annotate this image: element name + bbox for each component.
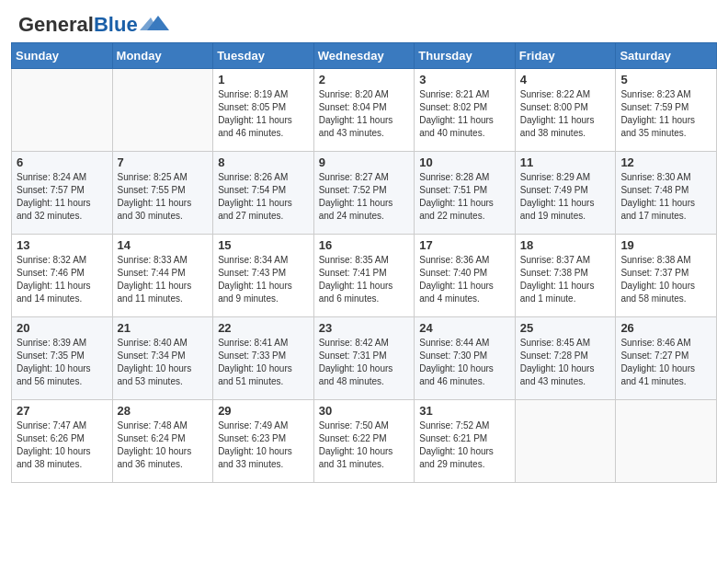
calendar-cell: 4Sunrise: 8:22 AM Sunset: 8:00 PM Daylig… xyxy=(515,69,616,152)
day-number: 22 xyxy=(218,321,309,335)
day-header-wednesday: Wednesday xyxy=(313,43,415,69)
cell-info: Sunrise: 8:19 AM Sunset: 8:05 PM Dayligh… xyxy=(218,88,309,140)
cell-info: Sunrise: 8:38 AM Sunset: 7:37 PM Dayligh… xyxy=(620,254,711,305)
calendar-week-2: 6Sunrise: 8:24 AM Sunset: 7:57 PM Daylig… xyxy=(12,152,717,235)
day-number: 23 xyxy=(319,321,410,335)
cell-info: Sunrise: 7:52 AM Sunset: 6:21 PM Dayligh… xyxy=(419,419,510,471)
day-number: 4 xyxy=(520,73,611,86)
calendar-cell: 30Sunrise: 7:50 AM Sunset: 6:22 PM Dayli… xyxy=(313,400,415,483)
day-number: 15 xyxy=(218,238,309,252)
calendar-cell: 22Sunrise: 8:41 AM Sunset: 7:33 PM Dayli… xyxy=(213,317,314,400)
calendar-cell: 25Sunrise: 8:45 AM Sunset: 7:28 PM Dayli… xyxy=(515,317,616,400)
day-number: 13 xyxy=(17,238,108,252)
cell-info: Sunrise: 8:21 AM Sunset: 8:02 PM Dayligh… xyxy=(419,88,510,140)
day-number: 1 xyxy=(218,73,309,86)
cell-info: Sunrise: 8:22 AM Sunset: 8:00 PM Dayligh… xyxy=(520,88,611,140)
calendar-cell: 23Sunrise: 8:42 AM Sunset: 7:31 PM Dayli… xyxy=(313,317,415,400)
day-number: 27 xyxy=(17,404,108,418)
calendar-cell: 10Sunrise: 8:28 AM Sunset: 7:51 PM Dayli… xyxy=(415,152,516,235)
cell-info: Sunrise: 8:33 AM Sunset: 7:44 PM Dayligh… xyxy=(118,254,209,305)
cell-info: Sunrise: 8:42 AM Sunset: 7:31 PM Dayligh… xyxy=(319,337,410,388)
day-header-thursday: Thursday xyxy=(415,43,516,69)
day-number: 12 xyxy=(620,155,711,169)
calendar-cell: 12Sunrise: 8:30 AM Sunset: 7:48 PM Dayli… xyxy=(616,152,717,235)
calendar-cell: 9Sunrise: 8:27 AM Sunset: 7:52 PM Daylig… xyxy=(313,152,415,235)
day-number: 9 xyxy=(319,155,410,169)
cell-info: Sunrise: 8:24 AM Sunset: 7:57 PM Dayligh… xyxy=(17,171,108,223)
calendar-header: SundayMondayTuesdayWednesdayThursdayFrid… xyxy=(12,43,717,69)
cell-info: Sunrise: 8:45 AM Sunset: 7:28 PM Dayligh… xyxy=(520,337,611,388)
calendar-cell: 1Sunrise: 8:19 AM Sunset: 8:05 PM Daylig… xyxy=(213,69,314,152)
calendar-cell: 19Sunrise: 8:38 AM Sunset: 7:37 PM Dayli… xyxy=(616,235,717,317)
calendar-cell xyxy=(515,400,616,483)
day-number: 10 xyxy=(419,155,510,169)
cell-info: Sunrise: 8:32 AM Sunset: 7:46 PM Dayligh… xyxy=(17,254,108,305)
cell-info: Sunrise: 8:41 AM Sunset: 7:33 PM Dayligh… xyxy=(218,337,309,388)
logo-blue: Blue xyxy=(94,13,138,36)
day-number: 14 xyxy=(118,238,209,252)
cell-info: Sunrise: 8:37 AM Sunset: 7:38 PM Dayligh… xyxy=(520,254,611,305)
calendar-cell: 31Sunrise: 7:52 AM Sunset: 6:21 PM Dayli… xyxy=(415,400,516,483)
cell-info: Sunrise: 8:35 AM Sunset: 7:41 PM Dayligh… xyxy=(319,254,410,305)
cell-info: Sunrise: 7:49 AM Sunset: 6:23 PM Dayligh… xyxy=(218,419,309,471)
calendar-cell: 7Sunrise: 8:25 AM Sunset: 7:55 PM Daylig… xyxy=(112,152,213,235)
day-number: 17 xyxy=(419,238,510,252)
day-number: 26 xyxy=(620,321,711,335)
day-number: 21 xyxy=(118,321,209,335)
calendar-cell: 5Sunrise: 8:23 AM Sunset: 7:59 PM Daylig… xyxy=(616,69,717,152)
calendar-cell: 20Sunrise: 8:39 AM Sunset: 7:35 PM Dayli… xyxy=(12,317,113,400)
logo-icon xyxy=(140,14,169,34)
day-number: 7 xyxy=(118,155,209,169)
cell-info: Sunrise: 8:29 AM Sunset: 7:49 PM Dayligh… xyxy=(520,171,611,223)
cell-info: Sunrise: 7:47 AM Sunset: 6:26 PM Dayligh… xyxy=(17,419,108,471)
cell-info: Sunrise: 8:40 AM Sunset: 7:34 PM Dayligh… xyxy=(118,337,209,388)
header-row: SundayMondayTuesdayWednesdayThursdayFrid… xyxy=(12,43,717,69)
day-number: 16 xyxy=(319,238,410,252)
calendar-week-1: 1Sunrise: 8:19 AM Sunset: 8:05 PM Daylig… xyxy=(12,69,717,152)
calendar-cell: 24Sunrise: 8:44 AM Sunset: 7:30 PM Dayli… xyxy=(415,317,516,400)
logo-general: General xyxy=(18,13,94,36)
cell-info: Sunrise: 7:48 AM Sunset: 6:24 PM Dayligh… xyxy=(118,419,209,471)
logo: GeneralBlue xyxy=(18,15,169,35)
calendar-cell xyxy=(616,400,717,483)
cell-info: Sunrise: 8:36 AM Sunset: 7:40 PM Dayligh… xyxy=(419,254,510,305)
calendar-cell: 15Sunrise: 8:34 AM Sunset: 7:43 PM Dayli… xyxy=(213,235,314,317)
day-header-sunday: Sunday xyxy=(12,43,113,69)
day-number: 18 xyxy=(520,238,611,252)
day-number: 8 xyxy=(218,155,309,169)
cell-info: Sunrise: 8:25 AM Sunset: 7:55 PM Dayligh… xyxy=(118,171,209,223)
calendar-cell: 16Sunrise: 8:35 AM Sunset: 7:41 PM Dayli… xyxy=(313,235,415,317)
cell-info: Sunrise: 8:30 AM Sunset: 7:48 PM Dayligh… xyxy=(620,171,711,223)
calendar-cell: 8Sunrise: 8:26 AM Sunset: 7:54 PM Daylig… xyxy=(213,152,314,235)
day-header-saturday: Saturday xyxy=(616,43,717,69)
calendar-body: 1Sunrise: 8:19 AM Sunset: 8:05 PM Daylig… xyxy=(12,69,717,483)
cell-info: Sunrise: 8:26 AM Sunset: 7:54 PM Dayligh… xyxy=(218,171,309,223)
calendar-cell: 29Sunrise: 7:49 AM Sunset: 6:23 PM Dayli… xyxy=(213,400,314,483)
calendar-cell: 28Sunrise: 7:48 AM Sunset: 6:24 PM Dayli… xyxy=(112,400,213,483)
day-number: 3 xyxy=(419,73,510,86)
cell-info: Sunrise: 8:39 AM Sunset: 7:35 PM Dayligh… xyxy=(17,337,108,388)
day-number: 6 xyxy=(17,155,108,169)
calendar-cell: 11Sunrise: 8:29 AM Sunset: 7:49 PM Dayli… xyxy=(515,152,616,235)
calendar-week-5: 27Sunrise: 7:47 AM Sunset: 6:26 PM Dayli… xyxy=(12,400,717,483)
cell-info: Sunrise: 8:20 AM Sunset: 8:04 PM Dayligh… xyxy=(319,88,410,140)
cell-info: Sunrise: 8:44 AM Sunset: 7:30 PM Dayligh… xyxy=(419,337,510,388)
logo-text: GeneralBlue xyxy=(18,15,138,35)
calendar-cell: 2Sunrise: 8:20 AM Sunset: 8:04 PM Daylig… xyxy=(313,69,415,152)
day-header-friday: Friday xyxy=(515,43,616,69)
calendar-cell: 3Sunrise: 8:21 AM Sunset: 8:02 PM Daylig… xyxy=(415,69,516,152)
calendar-table: SundayMondayTuesdayWednesdayThursdayFrid… xyxy=(11,42,717,483)
cell-info: Sunrise: 8:46 AM Sunset: 7:27 PM Dayligh… xyxy=(620,337,711,388)
day-number: 20 xyxy=(17,321,108,335)
calendar-cell: 21Sunrise: 8:40 AM Sunset: 7:34 PM Dayli… xyxy=(112,317,213,400)
day-number: 29 xyxy=(218,404,309,418)
calendar-cell: 26Sunrise: 8:46 AM Sunset: 7:27 PM Dayli… xyxy=(616,317,717,400)
calendar-container: SundayMondayTuesdayWednesdayThursdayFrid… xyxy=(0,42,728,494)
day-header-monday: Monday xyxy=(112,43,213,69)
calendar-cell: 13Sunrise: 8:32 AM Sunset: 7:46 PM Dayli… xyxy=(12,235,113,317)
page-header: GeneralBlue xyxy=(0,0,728,42)
day-number: 19 xyxy=(620,238,711,252)
cell-info: Sunrise: 7:50 AM Sunset: 6:22 PM Dayligh… xyxy=(319,419,410,471)
calendar-week-4: 20Sunrise: 8:39 AM Sunset: 7:35 PM Dayli… xyxy=(12,317,717,400)
day-number: 11 xyxy=(520,155,611,169)
